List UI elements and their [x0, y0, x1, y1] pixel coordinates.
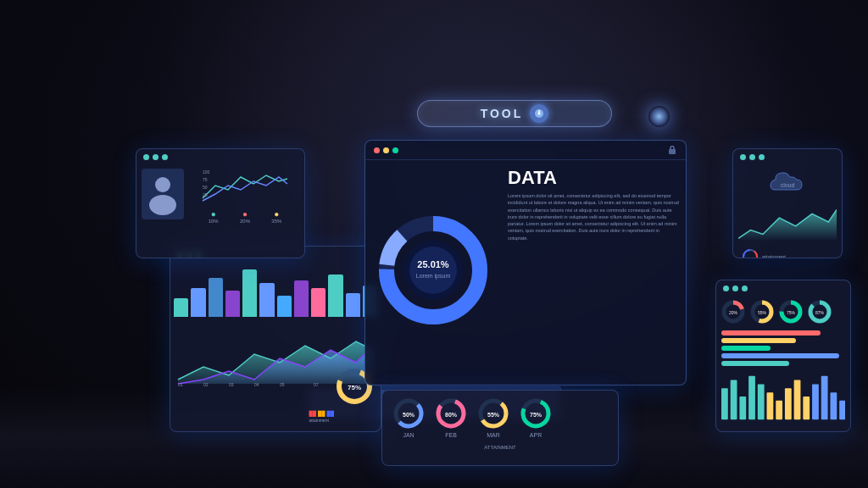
c-bar-5 [721, 361, 789, 366]
bar-1 [174, 298, 188, 317]
svg-text:cloud: cloud [781, 182, 795, 188]
svg-rect-67 [812, 384, 819, 419]
month-jan: JAN [403, 432, 414, 438]
bar-7 [277, 296, 292, 317]
svg-rect-68 [821, 376, 828, 420]
bottom-panel: 50% JAN 80% FEB 55% MAR 75% [381, 390, 619, 466]
profile-content: 100 75 50 25 ● 10% ● 20% ● 35% [136, 164, 304, 232]
donut-mar: 55% MAR [477, 397, 509, 438]
svg-rect-9 [669, 149, 676, 154]
svg-text:07: 07 [314, 382, 319, 387]
c-bar-3 [721, 346, 771, 351]
bar-4 [225, 291, 240, 317]
dot-1 [143, 154, 149, 160]
cloud-stats: cloud attainment [733, 164, 842, 258]
stat-label-3: 35% [271, 219, 281, 224]
svg-text:02: 02 [203, 382, 209, 387]
svg-text:04: 04 [254, 382, 259, 387]
svg-point-2 [538, 113, 541, 115]
month-feb: FEB [445, 432, 457, 438]
bar-chart [170, 261, 381, 320]
dot-green [392, 147, 398, 153]
stat-label-1: 10% [209, 219, 219, 224]
svg-text:05: 05 [280, 382, 285, 387]
bar-9 [311, 288, 326, 317]
right-panel-label: attainment [762, 254, 786, 258]
svg-rect-58 [731, 380, 737, 420]
dot-2 [153, 154, 159, 160]
svg-point-3 [155, 177, 170, 192]
bottom-right-panel: 20% 55% 75% 87% [715, 280, 851, 432]
svg-rect-62 [767, 392, 774, 419]
pie-1: 20% [721, 300, 745, 324]
main-panel-header [365, 141, 686, 160]
svg-point-14 [409, 247, 457, 294]
donut-jan: 50% JAN [392, 397, 425, 438]
svg-rect-66 [803, 396, 810, 419]
bar-3 [209, 278, 223, 318]
pie-4: 87% [808, 300, 832, 324]
dot-br2 [732, 286, 738, 291]
bottom-donut-row: 50% JAN 80% FEB 55% MAR 75% [382, 391, 618, 445]
svg-rect-65 [794, 380, 801, 420]
svg-text:55%: 55% [487, 412, 500, 418]
tool-bar[interactable]: TOOL [417, 100, 612, 127]
svg-text:03: 03 [229, 382, 234, 387]
dot-red [374, 147, 380, 153]
donut-jan-svg: 50% [392, 397, 425, 430]
c-bar-1 [721, 330, 821, 336]
indicator-row: attainment [738, 247, 837, 258]
svg-text:87%: 87% [815, 310, 825, 315]
br-area-chart [721, 371, 845, 422]
profile-panel: 100 75 50 25 ● 10% ● 20% ● 35% [136, 148, 305, 258]
mini-line-chart: 100 75 50 25 [191, 169, 299, 202]
stat-val-2: ● [242, 209, 248, 219]
donut-mar-svg: 55% [477, 397, 509, 430]
svg-marker-29 [738, 210, 837, 241]
br-panel-dots [716, 280, 850, 295]
left-panel: 01 02 03 04 05 07 75% ██ ██ ██ attainmen… [170, 246, 381, 432]
pie-row: 20% 55% 75% 87% [721, 300, 845, 324]
main-content: 25.01% Lorem ipsum DATA Lorem ipsum dolo… [365, 160, 686, 380]
tool-icon [530, 104, 548, 123]
pie-2: 55% [750, 300, 774, 324]
bar-11 [346, 293, 360, 317]
svg-text:100: 100 [203, 169, 210, 175]
c-bar-4 [721, 353, 839, 358]
bar-10 [328, 274, 342, 317]
dot-3 [162, 154, 168, 160]
donut-chart-container: 25.01% Lorem ipsum [365, 160, 501, 380]
svg-text:50%: 50% [403, 412, 415, 418]
donut-apr-svg: 75% [520, 397, 552, 430]
svg-rect-61 [758, 384, 765, 419]
svg-rect-69 [830, 392, 837, 419]
data-label-text: attainment [309, 418, 334, 423]
data-text-panel: DATA Lorem ipsum dolor sit amet, consect… [501, 160, 686, 380]
pie-3: 75% [779, 300, 803, 324]
dot-br3 [742, 286, 748, 291]
data-title: DATA [508, 167, 679, 189]
dot-r1 [740, 154, 746, 160]
indicator-icon [742, 248, 759, 258]
bottom-panel-label: ATTAINMENT [382, 445, 618, 455]
svg-text:55%: 55% [758, 310, 767, 315]
svg-text:25: 25 [203, 192, 208, 197]
touch-point [648, 106, 670, 127]
stat-item-3: ● 35% [271, 209, 281, 224]
dot-r3 [759, 154, 765, 160]
svg-text:25.01%: 25.01% [417, 259, 449, 269]
svg-rect-64 [785, 388, 792, 419]
tool-label: TOOL [481, 107, 524, 120]
panel-dots [136, 149, 304, 164]
svg-text:75%: 75% [787, 310, 796, 315]
avatar [142, 169, 184, 219]
svg-text:50: 50 [203, 185, 208, 190]
stat-item: ● 10% [209, 209, 219, 224]
dot-br1 [723, 286, 729, 291]
colored-bars [721, 330, 845, 366]
main-panel: 25.01% Lorem ipsum DATA Lorem ipsum dolo… [364, 140, 687, 385]
svg-rect-59 [739, 396, 746, 419]
stat-val-1: ● [211, 209, 216, 219]
svg-rect-57 [721, 388, 728, 419]
svg-text:75: 75 [203, 177, 208, 182]
